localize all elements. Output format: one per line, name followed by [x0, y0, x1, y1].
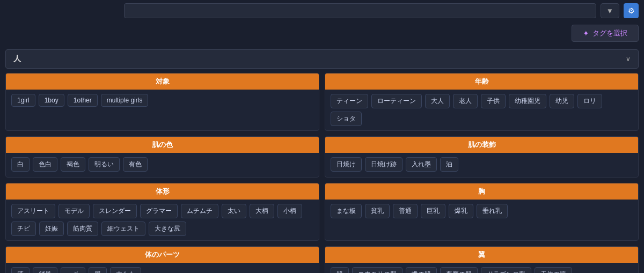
- tag-item[interactable]: multiple girls: [101, 94, 149, 107]
- tag-item[interactable]: 翼: [331, 267, 349, 273]
- category-tags-target: 1girl1boy1othermultiple girls: [6, 90, 319, 114]
- tag-item[interactable]: 老人: [453, 94, 478, 108]
- tag-item[interactable]: 日焼け: [331, 157, 362, 172]
- tag-item[interactable]: 尻: [89, 267, 107, 273]
- tag-item[interactable]: 幼児: [550, 94, 574, 108]
- category-header-body-shape: 体形: [6, 183, 319, 200]
- tag-item[interactable]: 貧乳: [365, 204, 390, 218]
- tag-item[interactable]: 大きな尻: [149, 222, 186, 236]
- tag-select-bar: ✦ タグを選択: [0, 21, 644, 45]
- dropdown-button[interactable]: ▼: [601, 3, 619, 18]
- tag-item[interactable]: ショタ: [331, 112, 362, 126]
- category-header-skin-color: 肌の色: [6, 137, 319, 153]
- category-body-shape: 体形アスリートモデルスレンダーグラマームチムチ太い大柄小柄チビ妊娠筋肉質細ウェス…: [5, 183, 319, 241]
- category-header-target: 対象: [6, 73, 319, 90]
- tag-item[interactable]: 蝶の翼: [406, 267, 437, 273]
- category-header-body-parts: 体のパーツ: [6, 247, 319, 263]
- tag-item[interactable]: 悪魔の翼: [440, 267, 478, 273]
- main-content: 人 ∨ 対象1girl1boy1othermultiple girls年齢ティー…: [0, 45, 644, 273]
- tag-item[interactable]: ティーン: [331, 94, 368, 108]
- tag-item[interactable]: 垂れ乳: [477, 204, 508, 218]
- section-header-person[interactable]: 人 ∨: [5, 49, 639, 69]
- tag-item[interactable]: チビ: [11, 222, 36, 236]
- tag-item[interactable]: グラマー: [140, 204, 178, 218]
- tag-item[interactable]: モデル: [58, 204, 90, 218]
- category-header-skin-decoration: 肌の装飾: [325, 137, 638, 153]
- tag-item[interactable]: アスリート: [11, 204, 55, 218]
- settings-icon: ⚙: [628, 6, 635, 15]
- tag-item[interactable]: 小柄: [277, 204, 302, 218]
- tag-item[interactable]: 1girl: [11, 94, 35, 107]
- tag-item[interactable]: 普通: [393, 204, 418, 218]
- tag-item[interactable]: まな板: [331, 204, 362, 218]
- tag-item[interactable]: 細ウェスト: [101, 222, 145, 236]
- tag-item[interactable]: ムチムチ: [181, 204, 218, 218]
- tag-item[interactable]: 1other: [68, 94, 98, 107]
- tag-select-button[interactable]: ✦ タグを選択: [572, 25, 639, 42]
- category-age: 年齢ティーンローティーン大人老人子供幼稚園児幼児ロリショタ: [325, 73, 639, 131]
- category-body-parts: 体のパーツ腋鎖骨へそ尻太もも: [5, 246, 319, 273]
- main-input[interactable]: [124, 3, 596, 18]
- tag-item[interactable]: 油: [440, 157, 458, 172]
- tag-select-label: タグを選択: [592, 28, 627, 38]
- tag-item[interactable]: ローティーン: [371, 94, 422, 108]
- section-title: 人: [13, 54, 21, 64]
- tag-item[interactable]: 明るい: [89, 157, 120, 172]
- tag-item[interactable]: へそ: [61, 267, 85, 273]
- settings-icon-button[interactable]: ⚙: [624, 3, 639, 18]
- tag-item[interactable]: ドラゴンの翼: [481, 267, 531, 273]
- categories-grid: 対象1girl1boy1othermultiple girls年齢ティーンローテ…: [5, 73, 639, 273]
- top-bar: ▼ ⚙: [0, 0, 644, 21]
- tag-item[interactable]: 天使の翼: [535, 267, 572, 273]
- tag-item[interactable]: 太い: [222, 204, 246, 218]
- category-chest: 胸まな板貧乳普通巨乳爆乳垂れ乳: [325, 183, 639, 241]
- tag-item[interactable]: 褐色: [61, 157, 85, 172]
- tag-item[interactable]: 太もも: [110, 267, 141, 273]
- tag-item[interactable]: 有色: [123, 157, 148, 172]
- tag-item[interactable]: 大人: [425, 94, 450, 108]
- tag-item[interactable]: 巨乳: [421, 204, 445, 218]
- category-wings: 翼翼コウモリの翼蝶の翼悪魔の翼ドラゴンの翼天使の翼: [325, 246, 639, 273]
- category-tags-body-shape: アスリートモデルスレンダーグラマームチムチ太い大柄小柄チビ妊娠筋肉質細ウェスト大…: [6, 200, 319, 240]
- tag-item[interactable]: 腋: [11, 267, 30, 273]
- tag-item[interactable]: 大柄: [250, 204, 274, 218]
- category-header-chest: 胸: [325, 183, 638, 200]
- tag-item[interactable]: 入れ墨: [406, 157, 437, 172]
- category-skin-color: 肌の色白色白褐色明るい有色: [5, 136, 319, 178]
- dropdown-chevron: ▼: [606, 7, 613, 15]
- tag-item[interactable]: スレンダー: [93, 204, 137, 218]
- tag-item[interactable]: 白: [11, 157, 30, 172]
- star-icon: ✦: [583, 29, 589, 38]
- category-tags-chest: まな板貧乳普通巨乳爆乳垂れ乳: [325, 200, 638, 224]
- tag-item[interactable]: 色白: [33, 157, 57, 172]
- tag-item[interactable]: 筋肉質: [67, 222, 98, 236]
- tag-item[interactable]: 幼稚園児: [509, 94, 546, 108]
- category-tags-age: ティーンローティーン大人老人子供幼稚園児幼児ロリショタ: [325, 90, 638, 130]
- tag-item[interactable]: 爆乳: [449, 204, 473, 218]
- tag-item[interactable]: コウモリの翼: [352, 267, 402, 273]
- category-header-wings: 翼: [325, 247, 638, 263]
- tag-item[interactable]: 妊娠: [39, 222, 64, 236]
- category-tags-wings: 翼コウモリの翼蝶の翼悪魔の翼ドラゴンの翼天使の翼: [325, 263, 638, 273]
- chevron-down-icon: ∨: [626, 55, 631, 63]
- tag-item[interactable]: ロリ: [577, 94, 602, 108]
- tag-item[interactable]: 子供: [481, 94, 506, 108]
- category-header-age: 年齢: [325, 73, 638, 90]
- tag-item[interactable]: 日焼け跡: [365, 157, 402, 172]
- category-tags-body-parts: 腋鎖骨へそ尻太もも: [6, 263, 319, 273]
- category-tags-skin-color: 白色白褐色明るい有色: [6, 153, 319, 177]
- tag-item[interactable]: 鎖骨: [33, 267, 57, 273]
- category-target: 対象1girl1boy1othermultiple girls: [5, 73, 319, 131]
- tag-item[interactable]: 1boy: [39, 94, 64, 107]
- category-tags-skin-decoration: 日焼け日焼け跡入れ墨油: [325, 153, 638, 177]
- category-skin-decoration: 肌の装飾日焼け日焼け跡入れ墨油: [325, 136, 639, 178]
